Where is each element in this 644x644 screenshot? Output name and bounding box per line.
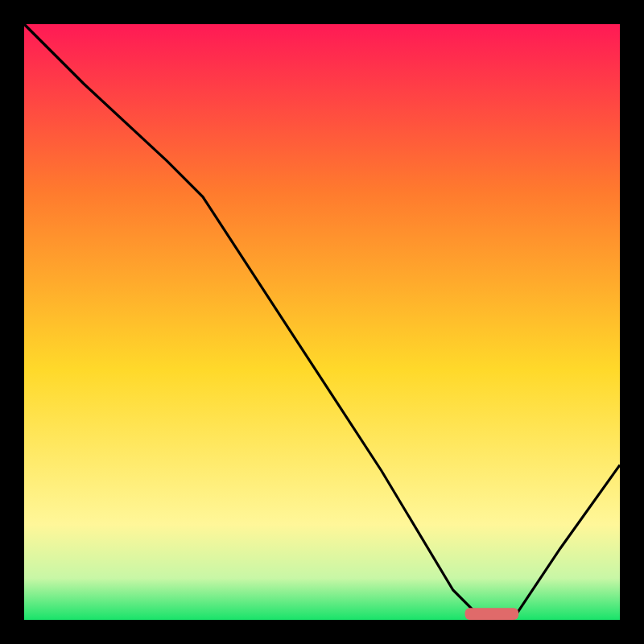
optimal-marker <box>465 608 519 620</box>
plot-area <box>24 24 620 620</box>
chart-frame: TheBottleneck.com <box>0 0 644 644</box>
bottleneck-chart <box>0 0 644 644</box>
